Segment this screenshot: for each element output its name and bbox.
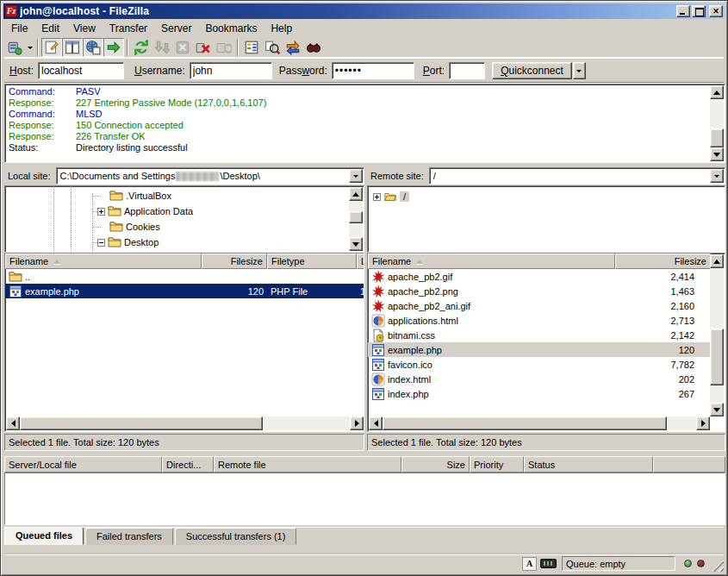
queue-column-server-local-file[interactable]: Server/Local file	[4, 456, 162, 473]
cancel-icon[interactable]	[172, 38, 193, 57]
minimize-button[interactable]	[676, 5, 690, 17]
queue-column-remote-file[interactable]: Remote file	[214, 456, 401, 473]
scrollbar-thumb[interactable]	[349, 211, 363, 223]
menu-transfer[interactable]: Transfer	[103, 21, 154, 36]
expander-minus-icon[interactable]	[97, 239, 105, 247]
disconnect-icon[interactable]	[193, 38, 214, 57]
queue-column-priority[interactable]: Priority	[470, 456, 524, 473]
menu-file[interactable]: File	[4, 21, 34, 36]
maximize-button[interactable]	[692, 5, 706, 17]
scroll-left-icon[interactable]	[6, 416, 20, 430]
local-tree[interactable]: .VirtualBoxApplication DataCookiesDeskto…	[4, 185, 364, 253]
file-row-example.php[interactable]: example.php120PHP File1	[5, 284, 364, 298]
column-header-filesize[interactable]: Filesize	[615, 254, 711, 269]
compare-icon[interactable]	[262, 38, 283, 57]
scroll-up-icon[interactable]	[710, 254, 724, 268]
password-input[interactable]	[332, 62, 414, 79]
process-queue-icon[interactable]	[152, 38, 172, 57]
file-row-bitnami.css[interactable]: bitnami.css2,142	[368, 328, 711, 342]
file-row-favicon.ico[interactable]: favicon.ico7,782	[368, 357, 711, 372]
tab-queued-files[interactable]: Queued files	[4, 527, 84, 545]
local-site-combo[interactable]: C:\Documents and Settings\Desktop\	[56, 167, 364, 185]
tree-item--virtualbox[interactable]: .VirtualBox	[5, 188, 348, 203]
remote-tree[interactable]: /	[367, 185, 725, 253]
remote-list-hscrollbar[interactable]	[369, 416, 710, 430]
queue-column-directi-[interactable]: Directi...	[162, 456, 214, 473]
tree-item-root[interactable]: /	[368, 189, 725, 204]
sync-browsing-icon[interactable]	[283, 38, 303, 57]
toggle-queue-icon[interactable]	[103, 38, 124, 57]
dropdown-arrow-icon[interactable]	[25, 38, 34, 57]
menu-bookmarks[interactable]: Bookmarks	[198, 21, 264, 36]
data-type-indicator-icon[interactable]: A	[522, 557, 537, 571]
menu-help[interactable]: Help	[264, 21, 299, 36]
expander-plus-icon[interactable]	[373, 193, 381, 201]
tab-successful-transfers-1-[interactable]: Successful transfers (1)	[175, 528, 297, 545]
toggle-remote-tree-icon[interactable]	[83, 38, 103, 57]
tab-failed-transfers[interactable]: Failed transfers	[85, 528, 173, 545]
file-row-index.html[interactable]: index.html202	[368, 372, 711, 386]
speed-limit-icon[interactable]	[540, 559, 557, 568]
menu-edit[interactable]: Edit	[34, 21, 66, 36]
file-row-apache-pb2-ani.gif[interactable]: apache_pb2_ani.gif2,160	[368, 298, 711, 313]
menu-server[interactable]: Server	[154, 21, 198, 36]
scrollbar-thumb[interactable]	[20, 416, 263, 430]
remote-site-combo[interactable]: /	[429, 167, 725, 185]
username-input[interactable]	[190, 62, 272, 79]
toggle-message-log-icon[interactable]	[41, 38, 62, 57]
site-manager-icon[interactable]	[4, 38, 25, 57]
file-row-apache-pb2.gif[interactable]: apache_pb2.gif2,414	[368, 269, 711, 284]
scrollbar-thumb[interactable]	[383, 416, 667, 430]
column-header-filename[interactable]: Filename	[368, 254, 615, 269]
local-tree-vscrollbar[interactable]	[349, 187, 363, 251]
scrollbar-thumb[interactable]	[710, 128, 724, 147]
host-input[interactable]	[38, 62, 124, 79]
chevron-down-icon[interactable]	[710, 169, 724, 183]
queue-column-size[interactable]: Size	[401, 456, 470, 473]
scroll-down-icon[interactable]	[710, 147, 724, 161]
close-button[interactable]: ✕	[709, 5, 723, 17]
file-row-applications.html[interactable]: applications.html2,713	[368, 313, 711, 328]
file-row-index.php[interactable]: index.php267	[368, 386, 711, 401]
port-input[interactable]	[449, 62, 485, 79]
tree-item-cookies[interactable]: Cookies	[5, 219, 348, 235]
chevron-down-icon[interactable]	[349, 169, 363, 183]
scrollbar-thumb[interactable]	[710, 329, 724, 385]
file-row-..[interactable]: ..	[5, 269, 364, 284]
remote-file-list[interactable]: FilenameFilesize apache_pb2.gif2,414apac…	[367, 253, 725, 432]
scroll-up-icon[interactable]	[710, 85, 724, 99]
scroll-right-icon[interactable]	[350, 416, 364, 430]
app-icon[interactable]: Fz	[5, 5, 17, 17]
queue-body[interactable]	[4, 473, 725, 525]
toggle-local-tree-icon[interactable]	[62, 38, 83, 57]
column-header-filetype[interactable]: Filetype	[267, 254, 357, 269]
log-vscrollbar[interactable]	[710, 85, 724, 161]
message-log[interactable]: Command:PASVResponse:227 Entering Passiv…	[4, 84, 725, 163]
queue-column-spacer[interactable]	[653, 456, 725, 473]
local-list-hscrollbar[interactable]	[6, 416, 364, 430]
menu-view[interactable]: View	[66, 21, 103, 36]
remote-list-vscrollbar[interactable]	[710, 254, 724, 416]
filter-icon[interactable]	[241, 38, 262, 57]
file-row-example.php[interactable]: example.php120	[368, 342, 711, 357]
scroll-left-icon[interactable]	[369, 416, 383, 430]
column-header-filename[interactable]: Filename	[5, 254, 202, 269]
queue-column-status[interactable]: Status	[524, 456, 653, 473]
scroll-right-icon[interactable]	[696, 416, 710, 430]
column-header-filesize[interactable]: Filesize	[202, 254, 267, 269]
find-files-icon[interactable]	[303, 38, 324, 57]
tree-item-application-data[interactable]: Application Data	[5, 203, 348, 219]
scroll-down-icon[interactable]	[349, 237, 363, 251]
column-header-last-modified[interactable]: Last modified	[357, 254, 364, 269]
quickconnect-dropdown-button[interactable]	[573, 62, 586, 79]
quickconnect-button[interactable]: Quickconnect	[492, 62, 572, 79]
scroll-down-icon[interactable]	[710, 403, 724, 416]
refresh-icon[interactable]	[131, 38, 152, 57]
file-row-apache-pb2.png[interactable]: apache_pb2.png1,463	[368, 284, 711, 298]
tree-item-desktop[interactable]: Desktop	[5, 235, 348, 250]
local-file-list[interactable]: FilenameFilesizeFiletypeLast modified ..…	[4, 253, 364, 432]
reconnect-icon[interactable]	[214, 38, 234, 57]
expander-plus-icon[interactable]	[97, 208, 105, 216]
resize-grip[interactable]	[712, 560, 724, 572]
scroll-up-icon[interactable]	[349, 187, 363, 201]
